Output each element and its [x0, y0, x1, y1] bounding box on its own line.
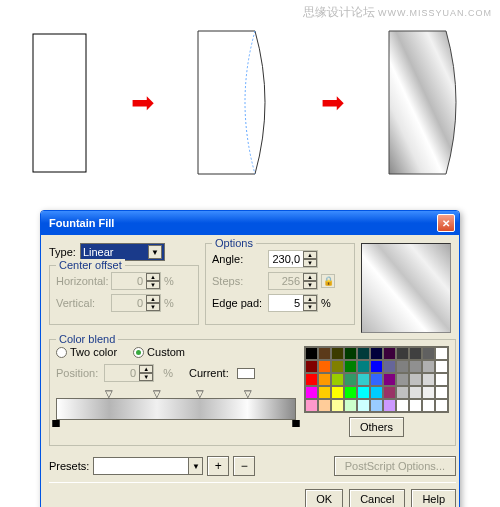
palette-swatch[interactable] [318, 360, 331, 373]
palette-swatch[interactable] [305, 386, 318, 399]
palette-swatch[interactable] [370, 347, 383, 360]
remove-preset-button[interactable]: − [233, 456, 255, 476]
two-color-radio[interactable]: Two color [56, 346, 117, 358]
current-swatch[interactable] [237, 368, 255, 379]
palette-swatch[interactable] [422, 399, 435, 412]
palette-swatch[interactable] [344, 360, 357, 373]
center-offset-legend: Center offset [56, 259, 125, 271]
palette-swatch[interactable] [331, 373, 344, 386]
arrow-icon: ➡ [321, 86, 344, 119]
ok-button[interactable]: OK [305, 489, 343, 507]
gradient-marker-icon[interactable]: ▽ [105, 388, 113, 399]
palette-swatch[interactable] [396, 399, 409, 412]
palette-swatch[interactable] [305, 347, 318, 360]
close-icon: ✕ [442, 218, 450, 229]
steps-spinner: 256▲▼ [268, 272, 318, 290]
help-button[interactable]: Help [411, 489, 456, 507]
palette-swatch[interactable] [305, 399, 318, 412]
palette-swatch[interactable] [409, 347, 422, 360]
options-group: Options Angle: 230,0▲▼ Steps: 256▲▼ 🔒 Ed… [205, 243, 355, 325]
palette-swatch[interactable] [357, 360, 370, 373]
shape-curved [197, 30, 277, 175]
percent-label: % [163, 367, 173, 379]
vertical-label: Vertical: [56, 297, 111, 309]
palette-swatch[interactable] [370, 360, 383, 373]
palette-swatch[interactable] [331, 347, 344, 360]
presets-select[interactable]: ▼ [93, 457, 203, 475]
palette-swatch[interactable] [370, 399, 383, 412]
palette-swatch[interactable] [318, 347, 331, 360]
palette-swatch[interactable] [305, 373, 318, 386]
palette-swatch[interactable] [422, 373, 435, 386]
palette-swatch[interactable] [357, 373, 370, 386]
horizontal-spinner: 0▲▼ [111, 272, 161, 290]
fountain-fill-dialog: Fountain Fill ✕ Type: Linear ▼ Center of… [40, 210, 460, 507]
titlebar[interactable]: Fountain Fill ✕ [41, 211, 459, 235]
palette-swatch[interactable] [357, 347, 370, 360]
angle-spinner[interactable]: 230,0▲▼ [268, 250, 318, 268]
close-button[interactable]: ✕ [437, 214, 455, 232]
palette-swatch[interactable] [318, 373, 331, 386]
cancel-button[interactable]: Cancel [349, 489, 405, 507]
palette-swatch[interactable] [396, 347, 409, 360]
palette-swatch[interactable] [383, 399, 396, 412]
lock-icon[interactable]: 🔒 [321, 274, 335, 288]
palette-swatch[interactable] [370, 373, 383, 386]
palette-swatch[interactable] [383, 347, 396, 360]
gradient-preview[interactable] [361, 243, 451, 333]
palette-swatch[interactable] [409, 399, 422, 412]
palette-swatch[interactable] [435, 347, 448, 360]
postscript-button: PostScript Options... [334, 456, 456, 476]
palette-swatch[interactable] [370, 386, 383, 399]
palette-swatch[interactable] [344, 347, 357, 360]
others-button[interactable]: Others [349, 417, 404, 437]
palette-swatch[interactable] [383, 360, 396, 373]
palette-swatch[interactable] [305, 360, 318, 373]
palette-swatch[interactable] [396, 373, 409, 386]
palette-swatch[interactable] [435, 386, 448, 399]
vertical-spinner: 0▲▼ [111, 294, 161, 312]
palette-swatch[interactable] [344, 386, 357, 399]
palette-swatch[interactable] [422, 386, 435, 399]
type-label: Type: [49, 246, 76, 258]
palette-swatch[interactable] [344, 373, 357, 386]
palette-swatch[interactable] [318, 399, 331, 412]
vertical-value: 0 [112, 297, 146, 309]
gradient-endpoint-icon[interactable] [293, 420, 300, 427]
position-value: 0 [105, 367, 139, 379]
gradient-marker-icon[interactable]: ▽ [196, 388, 204, 399]
palette-swatch[interactable] [344, 399, 357, 412]
palette-swatch[interactable] [435, 399, 448, 412]
palette-swatch[interactable] [396, 386, 409, 399]
current-label: Current: [189, 367, 229, 379]
color-palette[interactable] [304, 346, 449, 413]
palette-swatch[interactable] [383, 386, 396, 399]
palette-swatch[interactable] [422, 360, 435, 373]
palette-swatch[interactable] [396, 360, 409, 373]
palette-swatch[interactable] [331, 386, 344, 399]
palette-swatch[interactable] [435, 360, 448, 373]
palette-swatch[interactable] [357, 386, 370, 399]
arrow-icon: ➡ [131, 86, 154, 119]
plus-icon: + [215, 459, 222, 473]
edgepad-spinner[interactable]: 5▲▼ [268, 294, 318, 312]
palette-swatch[interactable] [331, 399, 344, 412]
gradient-editor[interactable]: ▽ ▽ ▽ ▽ [56, 388, 296, 420]
gradient-marker-icon[interactable]: ▽ [153, 388, 161, 399]
watermark-url: WWW.MISSYUAN.COM [378, 8, 492, 18]
custom-radio[interactable]: Custom [133, 346, 185, 358]
gradient-marker-icon[interactable]: ▽ [244, 388, 252, 399]
palette-swatch[interactable] [422, 347, 435, 360]
percent-label: % [164, 297, 174, 309]
palette-swatch[interactable] [331, 360, 344, 373]
palette-swatch[interactable] [383, 373, 396, 386]
palette-swatch[interactable] [318, 386, 331, 399]
palette-swatch[interactable] [409, 386, 422, 399]
palette-swatch[interactable] [435, 373, 448, 386]
palette-swatch[interactable] [357, 399, 370, 412]
gradient-bar[interactable] [56, 398, 296, 420]
gradient-endpoint-icon[interactable] [53, 420, 60, 427]
palette-swatch[interactable] [409, 360, 422, 373]
palette-swatch[interactable] [409, 373, 422, 386]
add-preset-button[interactable]: + [207, 456, 229, 476]
